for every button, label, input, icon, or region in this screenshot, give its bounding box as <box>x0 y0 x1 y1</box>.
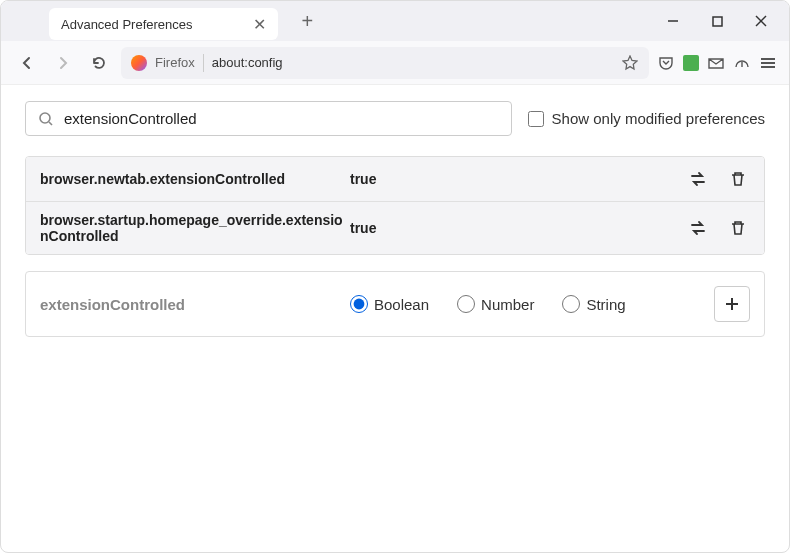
url-input[interactable]: Firefox about:config <box>121 47 649 79</box>
radio-label: Boolean <box>374 296 429 313</box>
url-toolbar: Firefox about:config <box>1 41 789 85</box>
toggle-icon <box>688 169 708 189</box>
type-radio-group: Boolean Number String <box>350 295 714 313</box>
reload-icon <box>91 55 107 71</box>
window-title-bar: Advanced Preferences ✕ + <box>1 1 789 41</box>
svg-rect-1 <box>713 17 722 26</box>
search-input[interactable] <box>64 110 499 127</box>
arrow-left-icon <box>19 55 35 71</box>
window-controls <box>653 5 781 37</box>
svg-line-5 <box>49 122 52 125</box>
close-window-button[interactable] <box>741 5 781 37</box>
preferences-table: browser.newtab.extensionControlled true … <box>25 156 765 255</box>
pref-value: true <box>350 220 686 236</box>
close-tab-icon[interactable]: ✕ <box>253 15 266 34</box>
url-brand-label: Firefox <box>155 55 195 70</box>
checkbox-text: Show only modified preferences <box>552 110 765 127</box>
bookmark-star-icon[interactable] <box>621 54 639 72</box>
radio-string-input[interactable] <box>562 295 580 313</box>
modified-only-checkbox[interactable] <box>528 111 544 127</box>
maximize-icon <box>712 16 723 27</box>
pocket-icon[interactable] <box>657 54 675 72</box>
minimize-icon <box>667 15 679 27</box>
search-box[interactable] <box>25 101 512 136</box>
search-icon <box>38 111 54 127</box>
radio-label: Number <box>481 296 534 313</box>
back-button[interactable] <box>13 49 41 77</box>
modified-only-checkbox-label[interactable]: Show only modified preferences <box>528 110 765 127</box>
radio-label: String <box>586 296 625 313</box>
pref-row: browser.startup.homepage_override.extens… <box>26 202 764 254</box>
pref-name: browser.newtab.extensionControlled <box>40 171 350 187</box>
search-row: Show only modified preferences <box>25 101 765 136</box>
extension-puzzle-icon[interactable] <box>683 55 699 71</box>
new-tab-button[interactable]: + <box>294 6 322 37</box>
plus-icon <box>724 296 740 312</box>
menu-button[interactable] <box>759 54 777 72</box>
browser-tab[interactable]: Advanced Preferences ✕ <box>49 8 278 40</box>
firefox-icon <box>131 55 147 71</box>
mail-icon[interactable] <box>707 54 725 72</box>
radio-string[interactable]: String <box>562 295 625 313</box>
close-icon <box>755 15 767 27</box>
reload-button[interactable] <box>85 49 113 77</box>
tab-title: Advanced Preferences <box>61 17 193 32</box>
delete-button[interactable] <box>726 216 750 240</box>
url-text: about:config <box>212 55 613 70</box>
pref-value: true <box>350 171 686 187</box>
add-pref-button[interactable] <box>714 286 750 322</box>
radio-number-input[interactable] <box>457 295 475 313</box>
toggle-button[interactable] <box>686 167 710 191</box>
new-pref-name: extensionControlled <box>40 296 350 313</box>
svg-point-4 <box>40 113 50 123</box>
trash-icon <box>729 170 747 188</box>
radio-boolean[interactable]: Boolean <box>350 295 429 313</box>
minimize-button[interactable] <box>653 5 693 37</box>
toggle-icon <box>688 218 708 238</box>
forward-button[interactable] <box>49 49 77 77</box>
pref-row: browser.newtab.extensionControlled true <box>26 157 764 202</box>
toggle-button[interactable] <box>686 216 710 240</box>
arrow-right-icon <box>55 55 71 71</box>
dashboard-icon[interactable] <box>733 54 751 72</box>
new-pref-row: extensionControlled Boolean Number Strin… <box>25 271 765 337</box>
url-divider <box>203 54 204 72</box>
trash-icon <box>729 219 747 237</box>
radio-number[interactable]: Number <box>457 295 534 313</box>
radio-boolean-input[interactable] <box>350 295 368 313</box>
page-content: Show only modified preferences browser.n… <box>1 85 789 353</box>
pref-name: browser.startup.homepage_override.extens… <box>40 212 350 244</box>
delete-button[interactable] <box>726 167 750 191</box>
maximize-button[interactable] <box>697 5 737 37</box>
